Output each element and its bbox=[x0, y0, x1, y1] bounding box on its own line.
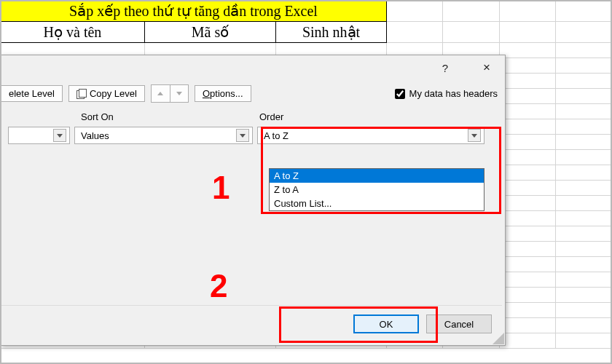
chevron-down-icon bbox=[468, 129, 481, 142]
sheet-header-row: Họ và tên Mã số Sinh nhật bbox=[1, 22, 612, 43]
svg-marker-4 bbox=[471, 134, 477, 138]
help-button[interactable]: ? bbox=[435, 59, 455, 77]
sheet-title-row: Sắp xếp theo thứ tự tăng dần trong Excel bbox=[1, 1, 612, 22]
header-name: Họ và tên bbox=[1, 22, 145, 43]
dialog-toolbar: elete Level Copy Level Options... My dat… bbox=[1, 80, 505, 110]
ok-button[interactable]: OK bbox=[353, 314, 419, 333]
headers-checkbox-wrap[interactable]: My data has headers bbox=[395, 88, 498, 99]
header-code: Mã số bbox=[145, 22, 276, 43]
chevron-down-icon bbox=[236, 129, 249, 142]
order-dropdown-list: A to Z Z to A Custom List... bbox=[269, 168, 484, 211]
annotation-number-1: 1 bbox=[212, 170, 230, 206]
column-dropdown[interactable] bbox=[8, 127, 70, 144]
svg-marker-3 bbox=[240, 134, 246, 138]
triangle-up-icon bbox=[157, 92, 163, 95]
order-option-z-to-a[interactable]: Z to A bbox=[270, 183, 484, 197]
copy-level-button[interactable]: Copy Level bbox=[68, 85, 145, 102]
order-label: Order bbox=[259, 111, 283, 122]
order-value: A to Z bbox=[264, 130, 289, 141]
options-label: Options... bbox=[203, 88, 243, 99]
dialog-footer: OK Cancel bbox=[1, 305, 502, 342]
sort-on-value: Values bbox=[81, 130, 109, 141]
sort-on-label: Sort On bbox=[81, 111, 259, 122]
sheet-title: Sắp xếp theo thứ tự tăng dần trong Excel bbox=[1, 1, 387, 22]
delete-level-button[interactable]: elete Level bbox=[1, 85, 63, 102]
close-button[interactable]: × bbox=[476, 58, 498, 78]
headers-checkbox[interactable] bbox=[395, 89, 405, 99]
move-down-button[interactable] bbox=[170, 84, 189, 103]
sort-dialog: ? × elete Level Copy Level Options... My… bbox=[0, 55, 506, 346]
header-birthday: Sinh nhật bbox=[276, 22, 387, 43]
resize-grip[interactable] bbox=[491, 331, 504, 344]
columns-header: Sort On Order bbox=[1, 111, 505, 122]
triangle-down-icon bbox=[176, 92, 182, 95]
move-up-button[interactable] bbox=[151, 84, 170, 103]
svg-marker-0 bbox=[157, 92, 163, 95]
sort-row: Values A to Z bbox=[1, 122, 505, 149]
order-option-custom[interactable]: Custom List... bbox=[270, 197, 484, 210]
order-dropdown[interactable]: A to Z bbox=[257, 127, 484, 144]
svg-marker-1 bbox=[176, 92, 182, 95]
svg-marker-2 bbox=[57, 134, 63, 138]
delete-level-label: elete Level bbox=[9, 88, 55, 99]
options-button[interactable]: Options... bbox=[195, 85, 251, 102]
annotation-number-2: 2 bbox=[210, 268, 227, 304]
headers-checkbox-label: My data has headers bbox=[409, 88, 498, 99]
dialog-titlebar: ? × bbox=[1, 55, 505, 80]
sort-on-dropdown[interactable]: Values bbox=[74, 127, 253, 144]
copy-level-label: Copy Level bbox=[90, 88, 137, 99]
order-option-a-to-z[interactable]: A to Z bbox=[270, 169, 484, 183]
chevron-down-icon bbox=[53, 129, 66, 142]
copy-icon bbox=[76, 89, 87, 99]
cancel-button[interactable]: Cancel bbox=[426, 314, 492, 333]
